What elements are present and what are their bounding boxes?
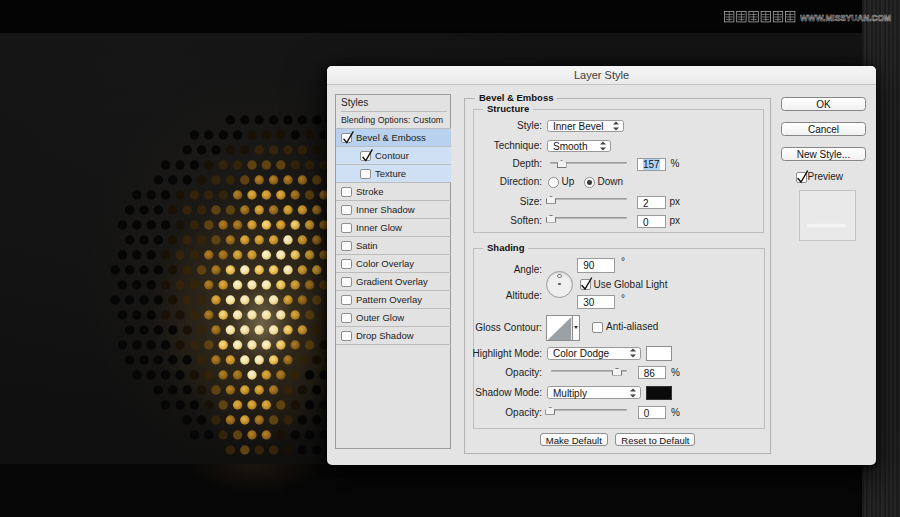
svg-text:WWW.MISSYUAN.COM: WWW.MISSYUAN.COM [800,12,891,23]
